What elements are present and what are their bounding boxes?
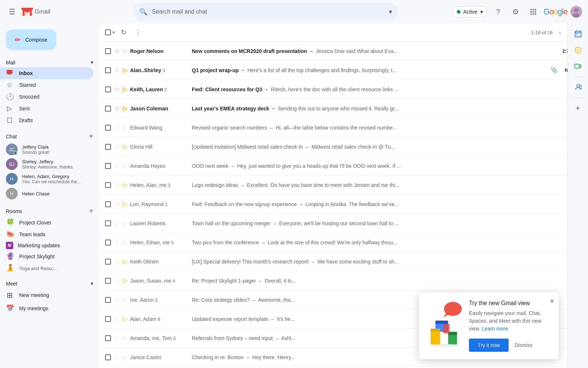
chat-person-extra[interactable]: H Helen Chase xyxy=(0,186,93,201)
email-star-7[interactable]: ☆ xyxy=(114,162,120,170)
email-checkbox-4[interactable] xyxy=(105,106,111,112)
contacts-icon xyxy=(574,83,582,91)
email-checkbox-11[interactable] xyxy=(105,240,111,245)
email-checkbox-2[interactable] xyxy=(105,67,111,73)
email-row-8[interactable]: ☆ ▷ Helen, Alan, me 3 Logo redesign idea… xyxy=(99,176,585,195)
meet-new-meeting[interactable]: ⊞ New meeting xyxy=(0,289,93,302)
email-checkbox-7[interactable] xyxy=(105,163,111,169)
chat-person-shirley[interactable]: SJ Shirley, Jeffery Shirley: Awesome, th… xyxy=(0,157,93,171)
email-star-1[interactable]: ☆ xyxy=(114,47,120,55)
chat-add-icon[interactable]: + xyxy=(89,132,93,141)
email-row-12[interactable]: ☆ ▷ Keith Obrien [UX] Special delivery! … xyxy=(99,252,585,271)
email-row-4[interactable]: ☆ ▷ Jason Coleman Last year's EMEA strat… xyxy=(99,99,585,118)
email-checkbox-14[interactable] xyxy=(105,297,111,303)
email-checkbox-1[interactable] xyxy=(105,48,111,54)
email-star-15[interactable]: ☆ xyxy=(114,315,120,323)
email-row-10[interactable]: ☆ ▷ Lauren Roberts Town hall on the upco… xyxy=(99,214,585,233)
email-checkbox-13[interactable] xyxy=(105,278,111,284)
email-checkbox-9[interactable] xyxy=(105,201,111,207)
email-star-17[interactable]: ☆ xyxy=(114,353,120,361)
search-expand-icon[interactable]: ▾ xyxy=(389,8,392,16)
email-row-11[interactable]: ☆ ▷ Helen, Ethan, me 5 Two pics from the… xyxy=(99,233,585,252)
email-checkbox-5[interactable] xyxy=(105,125,111,131)
chat-person-jeffery[interactable]: JC Jeffery Clark Sounds great! xyxy=(0,142,93,157)
email-checkbox-8[interactable] xyxy=(105,182,111,188)
email-star-10[interactable]: ☆ xyxy=(114,219,120,227)
status-button[interactable]: Active ▾ xyxy=(452,6,488,17)
email-sender-5: Edward Wang xyxy=(130,125,189,131)
contacts-icon-btn[interactable] xyxy=(571,80,585,95)
email-star-4[interactable]: ☆ xyxy=(114,105,120,113)
email-row-6[interactable]: ☆ ▷ Gloria Hill [Updated invitation] Mid… xyxy=(99,137,585,156)
dismiss-button[interactable]: Dismiss xyxy=(514,342,533,348)
email-row-13[interactable]: ☆ ▷ Jason, Susan, me 4 Re: Project Skyli… xyxy=(99,271,585,290)
email-star-6[interactable]: ☆ xyxy=(114,143,120,151)
chat-name-shirley: Shirley, Jeffery xyxy=(22,159,87,164)
email-star-14[interactable]: ☆ xyxy=(114,296,120,304)
email-star-16[interactable]: ☆ xyxy=(114,334,120,342)
sidebar-item-starred[interactable]: ☆ Starred xyxy=(0,79,93,91)
popup-text-content: Try the new Gmail view Easily navigate y… xyxy=(469,300,551,352)
chat-section-label[interactable]: Chat + xyxy=(0,129,99,142)
email-checkbox-15[interactable] xyxy=(105,316,111,322)
search-input[interactable] xyxy=(152,8,384,15)
help-button[interactable]: ? xyxy=(491,4,505,19)
room-team-leads[interactable]: 🍉 Team leads xyxy=(0,229,93,240)
email-checkbox-6[interactable] xyxy=(105,144,111,150)
more-options-button[interactable]: ⋮ xyxy=(132,26,144,38)
calendar-icon-btn[interactable] xyxy=(571,26,585,41)
meet-section-label[interactable]: Meet ▾ xyxy=(0,277,99,289)
user-avatar[interactable] xyxy=(570,6,582,18)
email-checkbox-12[interactable] xyxy=(105,259,111,265)
email-star-2[interactable]: ☆ xyxy=(114,66,120,74)
email-star-11[interactable]: ☆ xyxy=(114,238,120,247)
sidebar-item-drafts[interactable]: ☐ Drafts xyxy=(0,114,93,126)
room-project-skylight[interactable]: 🔮 Project Skylight xyxy=(0,251,93,262)
email-star-5[interactable]: ☆ xyxy=(114,124,120,132)
email-row-1[interactable]: ☆ ▷ Roger Nelson New comments on MCR2020… xyxy=(99,42,585,61)
add-apps-button[interactable]: + xyxy=(571,101,585,116)
refresh-button[interactable]: ↻ xyxy=(118,26,129,38)
mail-section-label[interactable]: Mail ▾ xyxy=(0,56,99,67)
select-chevron-icon[interactable]: ▾ xyxy=(112,30,115,35)
menu-icon[interactable]: ☰ xyxy=(6,4,18,19)
chat-person-helen[interactable]: H Helen, Adam, Gregory You: Can we resch… xyxy=(0,171,93,186)
room-yoga[interactable]: 🧘 Yoga and Relax... xyxy=(0,262,93,274)
meet-icon-btn[interactable] xyxy=(571,59,585,74)
email-star-12[interactable]: ☆ xyxy=(114,258,120,266)
room-project-clover[interactable]: 🍀 Project Clover xyxy=(0,217,93,229)
compose-button[interactable]: ✏ Compose xyxy=(6,29,56,50)
svg-point-3 xyxy=(533,9,534,10)
learn-more-link[interactable]: Learn more xyxy=(482,326,508,332)
popup-content: Try the new Gmail view Easily navigate y… xyxy=(426,300,551,352)
meet-my-meetings[interactable]: 📅 My meetings xyxy=(0,302,93,315)
email-checkbox-10[interactable] xyxy=(105,220,111,226)
email-star-9[interactable]: ☆ xyxy=(114,200,120,208)
sidebar-item-sent[interactable]: ▷ Sent xyxy=(0,103,93,114)
email-row-5[interactable]: ☆ ▷ Edward Wang Revised organic search n… xyxy=(99,118,585,137)
email-row-3[interactable]: ☆ ▷ Keith, Lauren 2 Fwd: Client resource… xyxy=(99,80,585,99)
prev-page-button[interactable]: ‹ xyxy=(554,26,566,38)
email-star-8[interactable]: ☆ xyxy=(114,181,120,189)
room-emoji-clover: 🍀 xyxy=(6,218,15,227)
apps-button[interactable] xyxy=(526,4,541,19)
email-forward-icon-15: ▷ xyxy=(123,315,127,322)
email-star-13[interactable]: ☆ xyxy=(114,277,120,285)
settings-button[interactable]: ⚙ xyxy=(508,4,523,19)
room-marketing-updates[interactable]: M Marketing updates xyxy=(0,240,93,251)
try-it-now-button[interactable]: Try it now xyxy=(469,339,509,352)
tasks-icon-btn[interactable] xyxy=(571,43,585,57)
email-row-7[interactable]: ☆ ▷ Amanda Hayes OOO next week – Hey, ju… xyxy=(99,156,585,176)
select-all-checkbox[interactable] xyxy=(105,29,111,35)
popup-close-button[interactable]: × xyxy=(550,297,554,305)
sidebar-item-inbox[interactable]: Inbox xyxy=(0,67,93,79)
sidebar-item-snoozed[interactable]: 🕐 Snoozed xyxy=(0,91,93,103)
email-checkbox-17[interactable] xyxy=(105,354,111,360)
email-star-3[interactable]: ☆ xyxy=(114,85,120,93)
email-checkbox-16[interactable] xyxy=(105,335,111,341)
rooms-add-icon[interactable]: + xyxy=(89,207,93,215)
email-checkbox-3[interactable] xyxy=(105,86,111,92)
email-row-9[interactable]: ☆ ▷ Lori, Raymond 2 Fwd: Feedback on the… xyxy=(99,195,585,214)
rooms-section-label[interactable]: Rooms + xyxy=(0,204,99,217)
email-row-2[interactable]: ☆ ▷ Alan..Shirley 3 Q1 project wrap-up –… xyxy=(99,61,585,80)
